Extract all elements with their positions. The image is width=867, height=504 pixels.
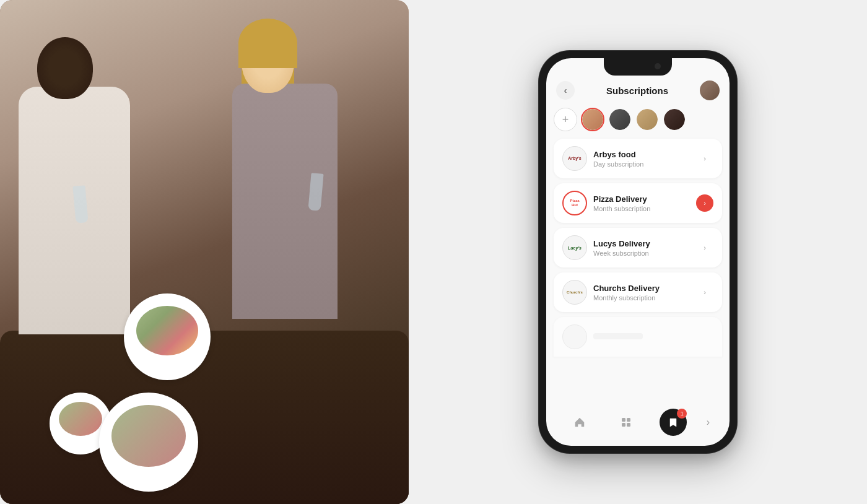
churchs-chevron[interactable]: › [696, 284, 713, 301]
plate-bottom [99, 393, 198, 492]
pizza-info: Pizza Delivery Month subscription [593, 194, 690, 212]
pizza-chevron[interactable]: › [696, 194, 713, 212]
header-avatar[interactable] [700, 80, 720, 100]
subscription-item-partial [554, 317, 722, 357]
subscription-item-churchs[interactable]: Church's Churchs Delivery Monthly subscr… [554, 272, 722, 312]
lucys-desc: Week subscription [593, 250, 690, 257]
pizza-name: Pizza Delivery [593, 194, 690, 204]
svg-rect-3 [627, 423, 630, 427]
user-avatar-2[interactable] [608, 108, 632, 131]
partial-logo [562, 324, 587, 349]
svg-rect-2 [622, 423, 625, 427]
arbys-chevron[interactable]: › [696, 150, 713, 167]
arbys-name: Arbys food [593, 150, 690, 159]
lucys-chevron[interactable]: › [696, 239, 713, 256]
lucys-name: Lucys Delivery [593, 239, 690, 248]
arbys-logo: Arby's [562, 146, 587, 171]
user-row: + [546, 103, 730, 136]
churchs-desc: Monthly subscription [593, 294, 690, 302]
user-avatar-1[interactable] [581, 108, 604, 131]
more-icon: › [707, 417, 710, 428]
plate-main [124, 293, 211, 380]
user-avatar-4[interactable] [663, 108, 686, 131]
churchs-logo: Church's [562, 280, 587, 305]
nav-bookmark[interactable]: 1 [660, 409, 687, 436]
bottom-nav: 1 › [546, 404, 730, 446]
subscription-item-arbys[interactable]: Arby's Arbys food Day subscription › [554, 139, 722, 178]
svg-rect-0 [622, 418, 625, 422]
phone-header: ‹ Subscriptions [546, 76, 730, 103]
nav-home[interactable] [566, 409, 593, 436]
photo-panel [0, 0, 409, 504]
phone-screen: ‹ Subscriptions + [546, 58, 730, 446]
right-panel: ‹ Subscriptions + [409, 0, 867, 504]
add-user-button[interactable]: + [554, 108, 577, 131]
back-button[interactable]: ‹ [556, 81, 575, 100]
grid-icon [612, 409, 640, 436]
phone-mockup: ‹ Subscriptions + [539, 51, 737, 453]
arbys-info: Arbys food Day subscription [593, 150, 690, 168]
phone-notch [604, 58, 672, 76]
pizza-logo: PizzaHut [562, 191, 587, 215]
screen-title: Subscriptions [606, 85, 668, 96]
dining-photo [0, 0, 409, 504]
partial-info [593, 333, 713, 341]
person2 [223, 25, 359, 427]
home-icon [566, 409, 593, 436]
subscription-list: Arby's Arbys food Day subscription › Piz… [546, 136, 730, 404]
subscription-item-pizza[interactable]: PizzaHut Pizza Delivery Month subscripti… [554, 183, 722, 223]
user-avatar-3[interactable] [635, 108, 659, 131]
nav-more[interactable]: › [707, 417, 710, 428]
subscription-item-lucys[interactable]: Lucy's Lucys Delivery Week subscription … [554, 228, 722, 267]
lucys-info: Lucys Delivery Week subscription [593, 239, 690, 257]
pizza-desc: Month subscription [593, 205, 690, 212]
svg-rect-1 [627, 418, 630, 422]
arbys-desc: Day subscription [593, 160, 690, 168]
churchs-name: Churchs Delivery [593, 284, 690, 293]
lucys-logo: Lucy's [562, 235, 587, 260]
partial-name [593, 333, 643, 339]
nav-grid[interactable] [612, 409, 640, 436]
churchs-info: Churchs Delivery Monthly subscription [593, 284, 690, 302]
back-icon: ‹ [564, 85, 567, 95]
